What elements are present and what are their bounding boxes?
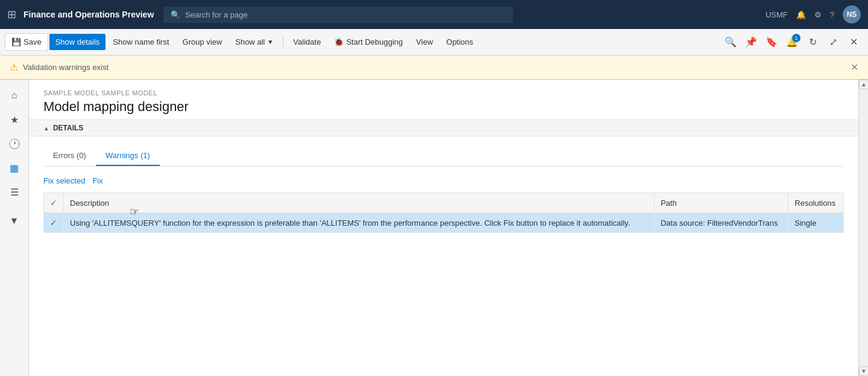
row-description: Using 'ALLITEMSQUERY' function for the e… xyxy=(64,213,655,233)
scroll-track[interactable] xyxy=(859,89,868,366)
breadcrumb: SAMPLE MODEL SAMPLE MODEL xyxy=(43,89,844,97)
warning-text: Validation warnings exist xyxy=(23,63,108,72)
sidebar-home-icon[interactable]: ⌂ xyxy=(4,84,25,106)
tab-errors[interactable]: Errors (0) xyxy=(43,146,96,166)
check-column-header[interactable]: ✓ xyxy=(44,193,64,213)
search-bar[interactable]: 🔍 xyxy=(163,7,513,23)
page-title: Model mapping designer xyxy=(43,99,844,115)
sidebar-grid-icon[interactable]: ▦ xyxy=(4,157,25,179)
notification-badge-icon[interactable]: 🔔 1 xyxy=(782,33,802,52)
row-resolutions: Single xyxy=(788,213,844,233)
warning-icon: ⚠ xyxy=(10,62,18,73)
pin-icon[interactable]: 📌 xyxy=(741,33,761,52)
company-label[interactable]: USMF xyxy=(766,10,788,19)
sidebar-favorites-icon[interactable]: ★ xyxy=(4,109,25,130)
save-button[interactable]: 💾 Save xyxy=(5,33,48,51)
scroll-down-button[interactable]: ▼ xyxy=(859,366,868,376)
group-view-button[interactable]: Group view xyxy=(177,34,228,50)
row-checkmark: ✓ xyxy=(50,218,57,228)
collapse-icon: ▲ xyxy=(43,125,49,132)
help-icon[interactable]: ? xyxy=(830,10,834,19)
filter-icon[interactable]: ▼ xyxy=(4,210,25,232)
resolutions-column-header: Resolutions xyxy=(788,193,844,213)
scroll-up-button[interactable]: ▲ xyxy=(859,80,868,89)
table-row[interactable]: ✓ Using 'ALLITEMSQUERY' function for the… xyxy=(44,213,844,233)
save-icon: 💾 xyxy=(11,37,21,46)
page-header: SAMPLE MODEL SAMPLE MODEL Model mapping … xyxy=(29,80,858,119)
toolbar-divider-1 xyxy=(283,35,283,49)
right-scrollbar[interactable]: ▲ ▼ xyxy=(858,80,868,376)
refresh-icon[interactable]: ↻ xyxy=(803,33,822,52)
debug-icon: 🐞 xyxy=(334,37,344,46)
notification-icon[interactable]: 🔔 xyxy=(796,10,806,19)
warnings-table: ✓ Description Path Resolutions ✓ xyxy=(43,193,844,233)
top-navigation: ⊞ Finance and Operations Preview 🔍 USMF … xyxy=(0,0,868,29)
bookmark-icon[interactable]: 🔖 xyxy=(762,33,781,52)
tab-warnings[interactable]: Warnings (1) xyxy=(96,146,160,166)
sidebar-recent-icon[interactable]: 🕐 xyxy=(4,133,25,155)
tabs: Errors (0) Warnings (1) xyxy=(43,146,844,167)
search-icon: 🔍 xyxy=(171,10,180,19)
search-toolbar-icon[interactable]: 🔍 xyxy=(721,33,740,52)
search-input[interactable] xyxy=(185,10,506,19)
grid-icon[interactable]: ⊞ xyxy=(7,8,16,21)
fix-button[interactable]: Fix xyxy=(92,176,102,185)
action-buttons: Fix selected Fix xyxy=(43,176,844,185)
warning-close-button[interactable]: ✕ xyxy=(851,62,858,73)
row-path: Data source: FilteredVendorTrans xyxy=(654,213,788,233)
validate-button[interactable]: Validate xyxy=(287,34,327,50)
sidebar-list-icon[interactable]: ☰ xyxy=(4,181,25,203)
show-details-button[interactable]: Show details xyxy=(49,34,106,50)
avatar[interactable]: NS xyxy=(843,5,861,24)
open-new-icon[interactable]: ⤢ xyxy=(823,33,843,52)
left-sidebar: ⌂ ★ 🕐 ▦ ☰ ▼ xyxy=(0,80,29,376)
view-button[interactable]: View xyxy=(410,34,439,50)
description-column-header: Description xyxy=(64,193,655,213)
main-layout: ⌂ ★ 🕐 ▦ ☰ ▼ SAMPLE MODEL SAMPLE MODEL Mo… xyxy=(0,80,868,376)
path-column-header: Path xyxy=(654,193,788,213)
app-title: Finance and Operations Preview xyxy=(24,10,154,19)
close-icon[interactable]: ✕ xyxy=(844,33,863,52)
nav-right: USMF 🔔 ⚙ ? NS xyxy=(766,5,861,24)
row-check-cell[interactable]: ✓ xyxy=(44,213,64,233)
settings-icon[interactable]: ⚙ xyxy=(814,10,822,19)
content-area: SAMPLE MODEL SAMPLE MODEL Model mapping … xyxy=(29,80,858,376)
options-button[interactable]: Options xyxy=(440,34,479,50)
details-section-label: DETAILS xyxy=(53,124,83,132)
chevron-down-icon: ▼ xyxy=(267,39,273,45)
section-content: Errors (0) Warnings (1) Fix selected Fix… xyxy=(29,136,858,243)
warning-banner: ⚠ Validation warnings exist ✕ xyxy=(0,56,868,80)
show-all-button[interactable]: Show all ▼ xyxy=(229,34,279,50)
show-name-first-button[interactable]: Show name first xyxy=(107,34,175,50)
fix-selected-button[interactable]: Fix selected xyxy=(43,176,85,185)
toolbar: 💾 Save Show details Show name first Grou… xyxy=(0,29,868,56)
start-debugging-button[interactable]: 🐞 Start Debugging xyxy=(328,34,409,50)
details-section-header[interactable]: ▲ DETAILS xyxy=(29,119,858,136)
